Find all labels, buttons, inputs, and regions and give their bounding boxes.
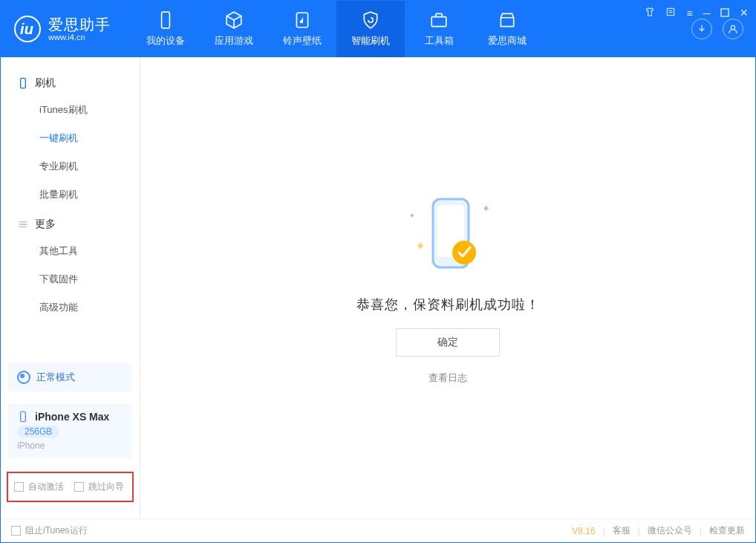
svg-rect-5 <box>721 9 729 16</box>
tab-toolbox[interactable]: 工具箱 <box>405 1 473 57</box>
sidebar-group-flash: 刷机 iTunes刷机 一键刷机 专业刷机 批量刷机 <box>1 71 140 212</box>
close-button[interactable]: × <box>740 5 748 21</box>
maximize-button[interactable] <box>720 7 729 19</box>
mode-label: 正常模式 <box>36 371 75 384</box>
tab-label: 爱思商城 <box>488 34 527 48</box>
header-right-icons <box>691 19 746 39</box>
tab-my-device[interactable]: 我的设备 <box>131 1 200 57</box>
svg-point-10 <box>452 241 476 264</box>
statusbar: 阻止iTunes运行 V8.16 | 客服 | 微信公众号 | 检查更新 <box>1 518 755 542</box>
device-name: iPhone XS Max <box>35 411 109 423</box>
minimize-button[interactable]: ─ <box>703 7 711 19</box>
svg-rect-2 <box>431 17 446 27</box>
success-message: 恭喜您，保资料刷机成功啦！ <box>356 296 540 313</box>
tab-smart-flash[interactable]: 智能刷机 <box>336 1 405 57</box>
mode-box: 正常模式 <box>8 363 132 391</box>
app-window: iu 爱思助手 www.i4.cn 我的设备 应用游戏 铃声壁纸 智能刷机 <box>0 0 756 543</box>
svg-rect-0 <box>162 12 170 28</box>
app-name: 爱思助手 <box>48 16 111 33</box>
device-name-row: iPhone XS Max <box>17 411 123 423</box>
app-domain: www.i4.cn <box>48 33 111 42</box>
logo-area: iu 爱思助手 www.i4.cn <box>14 16 111 42</box>
checkbox-label: 阻止iTunes运行 <box>25 524 88 537</box>
toolbox-icon <box>429 10 449 30</box>
logo-text: 爱思助手 www.i4.cn <box>48 16 111 42</box>
tab-apps-games[interactable]: 应用游戏 <box>200 1 268 57</box>
device-type: iPhone <box>17 440 123 451</box>
note-icon[interactable] <box>665 7 676 19</box>
phone-icon <box>156 10 175 30</box>
window-controls: ≡ ─ × <box>645 5 748 21</box>
cube-icon <box>224 10 244 30</box>
sidebar-item-advanced[interactable]: 高级功能 <box>1 293 140 322</box>
sidebar-item-itunes-flash[interactable]: iTunes刷机 <box>1 96 140 124</box>
sidebar-group-header: 更多 <box>1 212 140 237</box>
main-tabs: 我的设备 应用游戏 铃声壁纸 智能刷机 工具箱 爱思商城 <box>131 1 541 57</box>
shirt-icon[interactable] <box>645 7 655 19</box>
body: 刷机 iTunes刷机 一键刷机 专业刷机 批量刷机 更多 其他工具 下载固件 … <box>1 57 755 518</box>
ok-button[interactable]: 确定 <box>396 328 500 357</box>
tab-store[interactable]: 爱思商城 <box>473 1 541 57</box>
download-button[interactable] <box>691 19 712 39</box>
version-label: V8.16 <box>572 526 595 536</box>
checkbox-auto-activate[interactable]: 自动激活 <box>14 481 64 493</box>
success-illustration <box>403 192 492 281</box>
tab-label: 智能刷机 <box>351 34 390 48</box>
tab-label: 我的设备 <box>146 34 185 48</box>
checkbox-icon <box>14 482 24 492</box>
tab-label: 铃声壁纸 <box>283 34 322 48</box>
tab-label: 工具箱 <box>425 34 454 48</box>
sidebar-group-more: 更多 其他工具 下载固件 高级功能 <box>1 212 140 325</box>
view-log-link[interactable]: 查看日志 <box>428 371 467 385</box>
svg-rect-6 <box>21 78 26 88</box>
phone-small-icon <box>17 77 29 89</box>
checkbox-label: 跳过向导 <box>88 481 124 493</box>
group-title: 刷机 <box>35 77 56 90</box>
checkbox-skip-guide[interactable]: 跳过向导 <box>74 481 124 493</box>
titlebar: iu 爱思助手 www.i4.cn 我的设备 应用游戏 铃声壁纸 智能刷机 <box>1 1 755 57</box>
music-file-icon <box>293 10 312 30</box>
mode-dot-icon <box>17 371 30 384</box>
svg-point-3 <box>731 25 734 29</box>
checkbox-icon <box>11 526 21 536</box>
sidebar-group-header: 刷机 <box>1 71 140 96</box>
checkbox-label: 自动激活 <box>28 481 64 493</box>
support-link[interactable]: 客服 <box>613 524 630 537</box>
device-box[interactable]: iPhone XS Max 256GB iPhone <box>8 403 132 458</box>
list-icon <box>17 218 29 230</box>
checkbox-block-itunes[interactable]: 阻止iTunes运行 <box>11 524 88 537</box>
statusbar-right: V8.16 | 客服 | 微信公众号 | 检查更新 <box>572 524 745 537</box>
separator: | <box>638 526 640 536</box>
sidebar-item-onekey-flash[interactable]: 一键刷机 <box>1 124 140 152</box>
logo-icon: iu <box>14 16 41 42</box>
user-button[interactable] <box>723 19 743 39</box>
check-update-link[interactable]: 检查更新 <box>709 524 745 537</box>
tab-label: 应用游戏 <box>215 34 253 48</box>
phone-outline-icon <box>17 411 29 423</box>
svg-rect-7 <box>21 412 26 421</box>
main-content: 恭喜您，保资料刷机成功啦！ 确定 查看日志 <box>140 57 755 518</box>
menu-icon[interactable]: ≡ <box>686 7 692 19</box>
checkbox-icon <box>74 482 84 492</box>
store-icon <box>498 10 517 30</box>
sidebar-item-pro-flash[interactable]: 专业刷机 <box>1 152 140 181</box>
sidebar-item-batch-flash[interactable]: 批量刷机 <box>1 181 140 209</box>
mode-row: 正常模式 <box>17 371 123 384</box>
group-title: 更多 <box>35 218 56 231</box>
sidebar-item-download-firmware[interactable]: 下载固件 <box>1 265 140 293</box>
separator: | <box>700 526 702 536</box>
wechat-link[interactable]: 微信公众号 <box>648 524 692 537</box>
shield-refresh-icon <box>361 10 380 30</box>
sidebar: 刷机 iTunes刷机 一键刷机 专业刷机 批量刷机 更多 其他工具 下载固件 … <box>1 57 140 518</box>
options-highlight-box: 自动激活 跳过向导 <box>7 472 134 502</box>
separator: | <box>603 526 605 536</box>
device-capacity: 256GB <box>17 426 59 438</box>
sidebar-item-other-tools[interactable]: 其他工具 <box>1 237 140 265</box>
tab-ringtones-wallpapers[interactable]: 铃声壁纸 <box>268 1 336 57</box>
